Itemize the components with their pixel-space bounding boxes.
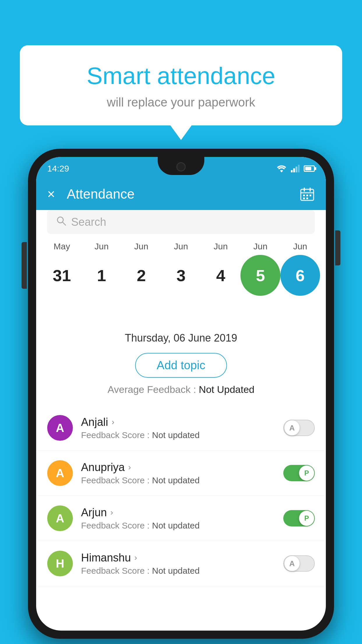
phone-device: 14:29 — [28, 149, 334, 639]
month-jun-4: Jun — [201, 242, 240, 251]
date-4[interactable]: 4 — [201, 255, 240, 296]
student-feedback: Feedback Score : Not updated — [81, 475, 283, 485]
toggle-off[interactable]: A — [283, 555, 315, 572]
student-feedback: Feedback Score : Not updated — [81, 430, 283, 440]
list-item[interactable]: A Anjali › Feedback Score : Not updated … — [36, 405, 326, 451]
wifi-icon — [276, 165, 287, 172]
chevron-right-icon: › — [110, 508, 113, 517]
month-jun-5: Jun — [240, 242, 280, 251]
student-info: Anjali › Feedback Score : Not updated — [81, 416, 283, 440]
avatar: A — [47, 505, 73, 531]
attendance-toggle[interactable]: A — [283, 420, 315, 436]
speech-bubble-subtitle: will replace your paperwork — [34, 95, 328, 109]
svg-rect-0 — [291, 170, 293, 172]
search-bar-container: Search — [47, 210, 315, 234]
date-2[interactable]: 2 — [122, 255, 161, 296]
avatar: H — [47, 551, 73, 576]
list-item[interactable]: H Himanshu › Feedback Score : Not update… — [36, 541, 326, 586]
toggle-off[interactable]: A — [283, 420, 315, 436]
phone-screen: 14:29 — [36, 157, 326, 631]
student-feedback: Feedback Score : Not updated — [81, 521, 283, 531]
month-jun-2: Jun — [122, 242, 161, 251]
speech-bubble-title: Smart attendance — [34, 63, 328, 89]
student-name: Himanshu › — [81, 552, 283, 564]
svg-rect-6 — [310, 188, 311, 192]
toggle-on[interactable]: P — [283, 465, 315, 481]
avg-feedback-label: Average Feedback : — [108, 384, 199, 395]
student-name: Anjali › — [81, 416, 283, 428]
chevron-right-icon: › — [134, 553, 137, 562]
chevron-right-icon: › — [128, 463, 131, 472]
app-bar: × Attendance — [36, 178, 326, 210]
close-button[interactable]: × — [47, 186, 55, 202]
svg-rect-10 — [310, 195, 311, 196]
add-topic-container: Add topic — [135, 353, 227, 378]
app-bar-title: Attendance — [67, 186, 300, 202]
speech-bubble-container: Smart attendance will replace your paper… — [20, 45, 342, 125]
date-5-today[interactable]: 5 — [240, 255, 280, 296]
phone-notch — [158, 157, 204, 175]
list-item[interactable]: A Anupriya › Feedback Score : Not update… — [36, 451, 326, 496]
battery-icon — [304, 165, 315, 172]
toggle-knob: P — [299, 466, 314, 481]
add-topic-button[interactable]: Add topic — [135, 353, 227, 378]
attendance-toggle[interactable]: P — [283, 510, 315, 526]
month-jun-3: Jun — [161, 242, 201, 251]
month-jun-1: Jun — [82, 242, 121, 251]
search-placeholder: Search — [71, 216, 106, 228]
search-icon — [56, 216, 66, 229]
svg-rect-5 — [304, 188, 305, 192]
month-may: May — [42, 242, 82, 251]
date-6-selected[interactable]: 6 — [280, 255, 320, 296]
attendance-toggle[interactable]: P — [283, 465, 315, 481]
status-time: 14:29 — [47, 161, 69, 174]
student-list: A Anjali › Feedback Score : Not updated … — [36, 405, 326, 631]
date-3[interactable]: 3 — [161, 255, 201, 296]
toggle-knob: P — [299, 511, 314, 526]
attendance-toggle[interactable]: A — [283, 555, 315, 572]
chevron-right-icon: › — [112, 417, 114, 427]
selected-date-label: Thursday, 06 June 2019 — [36, 332, 326, 344]
avg-feedback-value: Not Updated — [199, 384, 254, 395]
svg-rect-11 — [303, 197, 305, 199]
svg-rect-3 — [298, 165, 300, 172]
avatar: A — [47, 460, 73, 486]
list-item[interactable]: A Arjun › Feedback Score : Not updated P — [36, 496, 326, 541]
status-icons — [276, 162, 315, 172]
speech-bubble: Smart attendance will replace your paper… — [20, 45, 342, 125]
student-info: Himanshu › Feedback Score : Not updated — [81, 552, 283, 576]
student-info: Anupriya › Feedback Score : Not updated — [81, 461, 283, 485]
date-31[interactable]: 31 — [42, 255, 82, 296]
calendar-icon[interactable] — [300, 186, 315, 202]
svg-rect-1 — [293, 168, 295, 172]
avatar: A — [47, 415, 73, 441]
svg-rect-12 — [306, 197, 308, 199]
svg-rect-8 — [303, 195, 305, 196]
svg-line-14 — [62, 222, 66, 225]
student-name: Anupriya › — [81, 461, 283, 474]
toggle-knob: A — [284, 420, 300, 435]
signal-icon — [291, 165, 300, 172]
calendar-strip: May Jun Jun Jun Jun Jun Jun 31 1 2 3 4 5… — [36, 242, 326, 296]
date-row: 31 1 2 3 4 5 6 — [42, 255, 320, 296]
svg-rect-9 — [306, 195, 308, 196]
front-camera — [176, 162, 186, 172]
student-feedback: Feedback Score : Not updated — [81, 566, 283, 576]
student-info: Arjun › Feedback Score : Not updated — [81, 506, 283, 531]
student-name: Arjun › — [81, 506, 283, 519]
date-1[interactable]: 1 — [82, 255, 121, 296]
month-row: May Jun Jun Jun Jun Jun Jun — [42, 242, 320, 251]
svg-rect-2 — [296, 167, 297, 172]
month-jun-6: Jun — [280, 242, 320, 251]
phone-outer: 14:29 — [28, 149, 334, 639]
toggle-knob: A — [284, 556, 300, 571]
avg-feedback: Average Feedback : Not Updated — [36, 384, 326, 395]
toggle-on[interactable]: P — [283, 510, 315, 526]
search-bar[interactable]: Search — [47, 210, 315, 234]
